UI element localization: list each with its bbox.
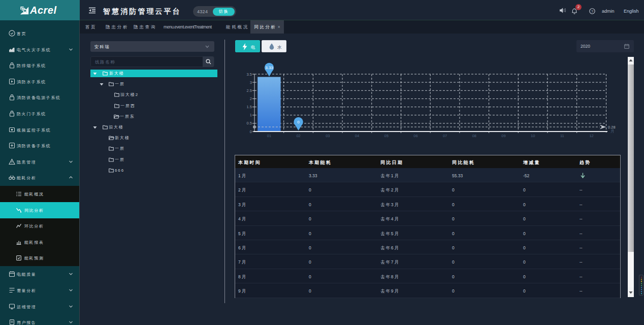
svg-text:09: 09 — [501, 134, 505, 138]
svg-text:07: 07 — [443, 134, 447, 138]
svg-text:0: 0 — [250, 129, 252, 134]
svg-text:2: 2 — [250, 96, 252, 101]
svg-text:?: ? — [591, 9, 594, 14]
svg-text:0.5: 0.5 — [247, 121, 252, 125]
svg-text:11: 11 — [560, 134, 564, 138]
svg-text:0: 0 — [297, 120, 300, 124]
svg-text:1: 1 — [250, 113, 252, 117]
svg-text:04: 04 — [355, 134, 359, 138]
svg-text:03: 03 — [326, 134, 330, 138]
svg-text:01: 01 — [267, 134, 271, 138]
svg-text:2.5: 2.5 — [247, 88, 252, 93]
svg-text:08: 08 — [472, 134, 476, 138]
svg-text:3.5: 3.5 — [247, 72, 252, 77]
svg-text:06: 06 — [413, 134, 417, 138]
svg-text:10: 10 — [531, 134, 535, 138]
svg-text:02: 02 — [296, 134, 300, 138]
svg-text:12: 12 — [589, 134, 593, 138]
svg-text:3.33: 3.33 — [265, 66, 273, 70]
svg-text:05: 05 — [384, 134, 389, 138]
svg-text:3: 3 — [250, 80, 252, 85]
svg-text:1.5: 1.5 — [247, 105, 252, 109]
svg-text:月: 月 — [610, 129, 615, 134]
